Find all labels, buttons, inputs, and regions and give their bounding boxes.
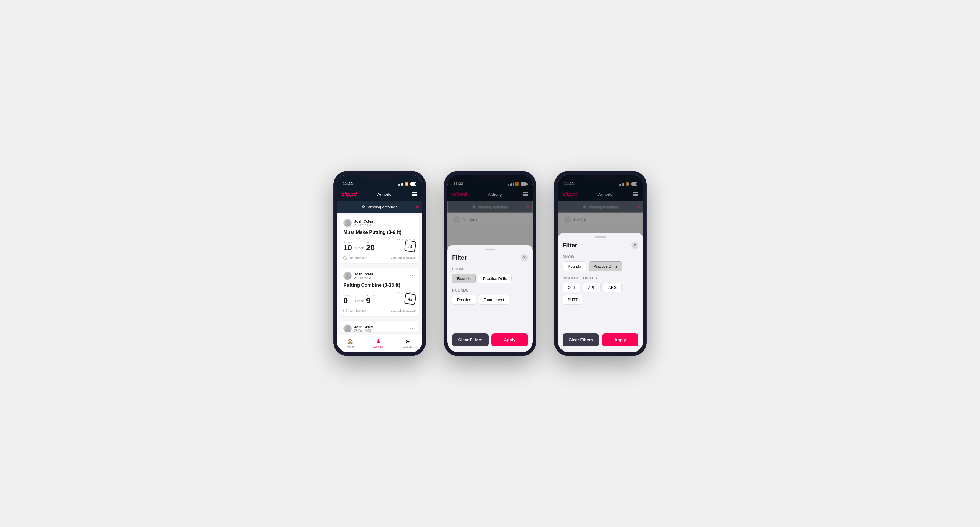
card-footer-2: i Test Information Data: Clippd Capture: [344, 307, 416, 313]
activity-title-1: Must Make Putting (3-6 ft): [344, 230, 416, 235]
apply-btn-2[interactable]: Apply: [492, 333, 528, 346]
user-info-1: Josh Coles 28 Feb 2023: [344, 219, 373, 227]
modal-footer-2: Clear Filters Apply: [452, 333, 528, 346]
show-label-3: Show: [563, 255, 638, 259]
activity-title-2: Putting Combine (3-15 ft): [344, 282, 416, 288]
activity-card-3[interactable]: Josh Coles 28 Feb 2023 ···: [340, 321, 419, 332]
ott-btn-3[interactable]: OTT: [563, 283, 581, 292]
viewing-bar-text-1: Viewing Activities: [368, 205, 397, 209]
practice-btn-2[interactable]: Practice: [452, 295, 476, 305]
svg-point-1: [345, 224, 350, 227]
score-value-1: 10: [344, 244, 352, 252]
rounds-tab-2[interactable]: Rounds: [452, 274, 476, 284]
shots-stat-2: Shots 9: [366, 294, 375, 305]
rounds-tab-3[interactable]: Rounds: [563, 262, 586, 271]
practice-drills-tab-3[interactable]: Practice Drills: [589, 262, 622, 271]
modal-handle-3: [595, 237, 606, 238]
modal-header-3: Filter ✕: [563, 242, 638, 249]
app-logo-1: clippd: [342, 191, 356, 198]
practice-drills-tab-2[interactable]: Practice Drills: [478, 274, 512, 284]
show-label-2: Show: [452, 267, 528, 271]
clear-filters-btn-3[interactable]: Clear Filters: [563, 333, 599, 346]
card-header-3: Josh Coles 28 Feb 2023 ···: [344, 324, 416, 332]
modal-footer-3: Clear Filters Apply: [563, 333, 638, 346]
stats-row-2: Score 0 OUT OF Shots 9 Shot Quality: [344, 291, 416, 305]
home-icon: 🏠: [347, 338, 353, 344]
phone-2-inner: 11:33 📶 clippd Activity: [447, 175, 533, 352]
show-filter-row-3: Rounds Practice Drills: [563, 262, 638, 271]
avatar-3: [344, 324, 352, 332]
score-value-2: 0: [344, 297, 352, 305]
user-info-3: Josh Coles 28 Feb 2023: [344, 324, 373, 332]
activities-icon: ♟: [376, 338, 381, 344]
shots-value-2: 9: [366, 297, 375, 305]
activities-label: Activities: [373, 345, 384, 348]
home-label: Home: [346, 345, 353, 348]
avatar-img-2: [344, 272, 352, 279]
modal-overlay-2: Filter ✕ Show Rounds Practice Drills Rou…: [447, 175, 533, 352]
hamburger-menu-1[interactable]: [412, 192, 417, 196]
rounds-section-label-2: Rounds: [452, 288, 528, 292]
user-date-3: 28 Feb 2023: [354, 329, 373, 332]
nav-capture[interactable]: ⊕ Capture: [403, 338, 413, 348]
signal-bar-3: [401, 183, 402, 186]
app-btn-3[interactable]: APP: [583, 283, 601, 292]
filter-modal-3: Filter ✕ Show Rounds Practice Drills Pra…: [558, 233, 643, 352]
card-footer-1: i Test Information Data: Clippd Capture: [344, 254, 416, 260]
clear-filters-btn-2[interactable]: Clear Filters: [452, 333, 488, 346]
signal-bar-1: [398, 184, 399, 186]
menu-line-3: [412, 195, 417, 196]
shot-quality-badge-2: 45: [404, 293, 417, 305]
shot-quality-stat-2: Shot Quality 45: [397, 291, 416, 305]
rounds-filter-row-2: Practice Tournament: [452, 295, 528, 305]
viewing-bar-1[interactable]: ⚙ Viewing Activities: [337, 201, 422, 213]
stats-row-1: Score 10 OUT OF Shots 20 Shot Quality: [344, 238, 416, 252]
tournament-btn-2[interactable]: Tournament: [479, 295, 509, 305]
notch-1: [361, 171, 398, 179]
activity-card-2[interactable]: Josh Coles 28 Feb 2023 ··· Putting Combi…: [340, 268, 419, 316]
battery-fill-1: [411, 183, 415, 185]
svg-point-3: [345, 276, 350, 279]
spacer-modal-2: [452, 310, 528, 327]
modal-title-3: Filter: [563, 242, 577, 249]
footer-info-1: i Test Information: [344, 256, 367, 260]
modal-close-2[interactable]: ✕: [521, 254, 528, 261]
arg-btn-3[interactable]: ARG: [603, 283, 622, 292]
nav-home[interactable]: 🏠 Home: [346, 338, 353, 348]
filter-icon-1: ⚙: [362, 205, 365, 209]
show-filter-row-2: Rounds Practice Drills: [452, 274, 528, 284]
more-options-3[interactable]: ···: [410, 326, 416, 331]
phone-2: 11:33 📶 clippd Activity: [444, 171, 536, 356]
user-name-2: Josh Coles: [354, 272, 373, 276]
user-name-1: Josh Coles: [354, 219, 373, 224]
score-stat-1: Score 10: [344, 241, 352, 252]
info-circle-1: i: [344, 256, 347, 260]
user-info-2: Josh Coles 28 Feb 2023: [344, 271, 373, 280]
activity-card-1[interactable]: Josh Coles 28 Feb 2023 ··· Must Make Put…: [340, 215, 419, 263]
phone-3: 11:33 📶 clippd Activity: [554, 171, 647, 356]
footer-data-2: Data: Clippd Capture: [391, 309, 416, 312]
filter-modal-2: Filter ✕ Show Rounds Practice Drills Rou…: [447, 245, 533, 352]
status-time-1: 11:33: [343, 181, 353, 186]
phone-1: 11:33 📶 clippd Activity: [333, 171, 426, 356]
putt-btn-3[interactable]: PUTT: [563, 295, 583, 305]
modal-title-2: Filter: [452, 254, 467, 261]
spacer-modal-3: [563, 310, 638, 327]
info-circle-2: i: [344, 309, 347, 313]
modal-close-3[interactable]: ✕: [631, 242, 638, 249]
footer-data-1: Data: Clippd Capture: [391, 256, 416, 259]
user-date-1: 28 Feb 2023: [354, 224, 373, 227]
capture-label: Capture: [403, 345, 413, 348]
more-options-1[interactable]: ···: [410, 220, 416, 225]
menu-line-1: [412, 192, 417, 193]
user-details-3: Josh Coles 28 Feb 2023: [354, 325, 373, 332]
user-date-2: 28 Feb 2023: [354, 276, 373, 279]
avatar-1: [344, 219, 352, 227]
nav-title-1: Activity: [377, 192, 391, 197]
user-name-3: Josh Coles: [354, 325, 373, 329]
svg-point-4: [346, 326, 349, 329]
practice-drills-section-label-3: Practice Drills: [563, 276, 638, 280]
more-options-2[interactable]: ···: [410, 273, 416, 278]
apply-btn-3[interactable]: Apply: [602, 333, 638, 346]
nav-activities[interactable]: ♟ Activities: [373, 338, 384, 348]
